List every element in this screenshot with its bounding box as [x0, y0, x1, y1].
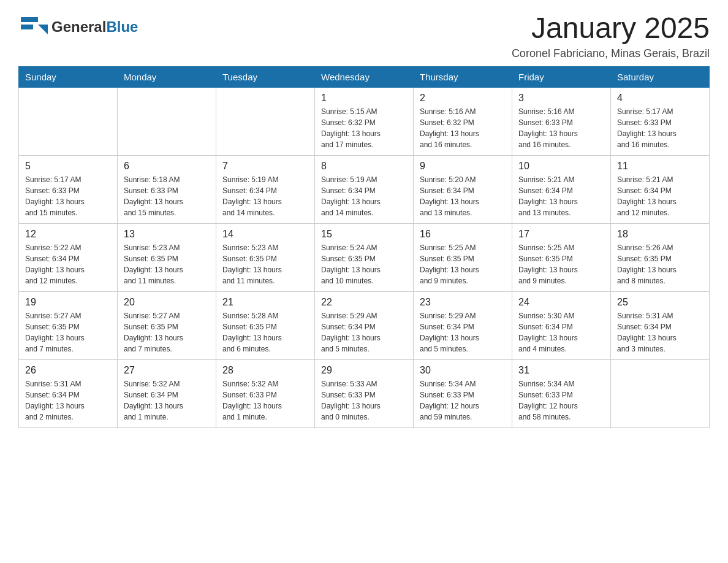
day-info: Sunrise: 5:17 AMSunset: 6:33 PMDaylight:… [25, 174, 111, 218]
day-header-thursday: Thursday [414, 66, 512, 87]
day-number: 25 [617, 297, 703, 308]
day-number: 5 [25, 161, 111, 172]
header-row: SundayMondayTuesdayWednesdayThursdayFrid… [19, 66, 710, 87]
day-info: Sunrise: 5:34 AMSunset: 6:33 PMDaylight:… [518, 378, 604, 423]
day-info: Sunrise: 5:16 AMSunset: 6:33 PMDaylight:… [518, 106, 604, 150]
day-info: Sunrise: 5:27 AMSunset: 6:35 PMDaylight:… [25, 310, 111, 354]
calendar-cell: 9Sunrise: 5:20 AMSunset: 6:34 PMDaylight… [414, 155, 512, 223]
day-info: Sunrise: 5:29 AMSunset: 6:34 PMDaylight:… [420, 310, 506, 354]
day-number: 31 [518, 365, 604, 376]
day-info: Sunrise: 5:20 AMSunset: 6:34 PMDaylight:… [420, 174, 506, 218]
day-number: 30 [420, 365, 506, 376]
logo-blue-text: Blue [106, 18, 138, 35]
day-number: 2 [420, 93, 506, 104]
day-header-tuesday: Tuesday [216, 66, 315, 87]
calendar-cell: 2Sunrise: 5:16 AMSunset: 6:32 PMDaylight… [414, 87, 512, 155]
week-row-3: 12Sunrise: 5:22 AMSunset: 6:34 PMDayligh… [19, 223, 710, 291]
svg-rect-0 [21, 17, 38, 22]
day-header-sunday: Sunday [19, 66, 118, 87]
calendar-cell: 28Sunrise: 5:32 AMSunset: 6:33 PMDayligh… [216, 359, 315, 427]
day-number: 23 [420, 297, 506, 308]
day-number: 10 [518, 161, 604, 172]
calendar-cell: 21Sunrise: 5:28 AMSunset: 6:35 PMDayligh… [216, 291, 315, 359]
day-info: Sunrise: 5:16 AMSunset: 6:32 PMDaylight:… [420, 106, 506, 150]
day-header-wednesday: Wednesday [315, 66, 414, 87]
day-number: 22 [321, 297, 407, 308]
calendar-cell [611, 359, 710, 427]
calendar-cell: 8Sunrise: 5:19 AMSunset: 6:34 PMDaylight… [315, 155, 414, 223]
logo-general-text: General [51, 18, 106, 35]
day-number: 8 [321, 161, 407, 172]
calendar-title: January 2025 [512, 12, 710, 45]
calendar-cell: 5Sunrise: 5:17 AMSunset: 6:33 PMDaylight… [19, 155, 118, 223]
calendar-cell: 18Sunrise: 5:26 AMSunset: 6:35 PMDayligh… [611, 223, 710, 291]
calendar-cell: 24Sunrise: 5:30 AMSunset: 6:34 PMDayligh… [512, 291, 611, 359]
svg-marker-2 [38, 25, 48, 34]
week-row-5: 26Sunrise: 5:31 AMSunset: 6:34 PMDayligh… [19, 359, 710, 427]
day-number: 1 [321, 93, 407, 104]
day-number: 12 [25, 229, 111, 240]
day-number: 13 [124, 229, 210, 240]
day-info: Sunrise: 5:22 AMSunset: 6:34 PMDaylight:… [25, 242, 111, 286]
day-info: Sunrise: 5:21 AMSunset: 6:34 PMDaylight:… [617, 174, 703, 218]
day-number: 4 [617, 93, 703, 104]
title-block: January 2025 Coronel Fabriciano, Minas G… [512, 12, 710, 60]
day-info: Sunrise: 5:31 AMSunset: 6:34 PMDaylight:… [617, 310, 703, 354]
day-info: Sunrise: 5:19 AMSunset: 6:34 PMDaylight:… [222, 174, 308, 218]
calendar-cell: 12Sunrise: 5:22 AMSunset: 6:34 PMDayligh… [19, 223, 118, 291]
calendar-cell: 19Sunrise: 5:27 AMSunset: 6:35 PMDayligh… [19, 291, 118, 359]
calendar-cell: 30Sunrise: 5:34 AMSunset: 6:33 PMDayligh… [414, 359, 512, 427]
day-info: Sunrise: 5:30 AMSunset: 6:34 PMDaylight:… [518, 310, 604, 354]
logo: GeneralBlue [18, 12, 138, 42]
calendar-cell: 13Sunrise: 5:23 AMSunset: 6:35 PMDayligh… [118, 223, 216, 291]
calendar-cell: 6Sunrise: 5:18 AMSunset: 6:33 PMDaylight… [118, 155, 216, 223]
logo-icon [18, 12, 48, 42]
week-row-1: 1Sunrise: 5:15 AMSunset: 6:32 PMDaylight… [19, 87, 710, 155]
calendar-cell: 23Sunrise: 5:29 AMSunset: 6:34 PMDayligh… [414, 291, 512, 359]
day-info: Sunrise: 5:21 AMSunset: 6:34 PMDaylight:… [518, 174, 604, 218]
day-number: 20 [124, 297, 210, 308]
calendar-cell: 10Sunrise: 5:21 AMSunset: 6:34 PMDayligh… [512, 155, 611, 223]
calendar-cell [118, 87, 216, 155]
day-number: 11 [617, 161, 703, 172]
day-info: Sunrise: 5:23 AMSunset: 6:35 PMDaylight:… [124, 242, 210, 286]
day-info: Sunrise: 5:28 AMSunset: 6:35 PMDaylight:… [222, 310, 308, 354]
day-info: Sunrise: 5:25 AMSunset: 6:35 PMDaylight:… [420, 242, 506, 286]
calendar-cell: 3Sunrise: 5:16 AMSunset: 6:33 PMDaylight… [512, 87, 611, 155]
calendar-cell [216, 87, 315, 155]
day-number: 18 [617, 229, 703, 240]
calendar-cell: 26Sunrise: 5:31 AMSunset: 6:34 PMDayligh… [19, 359, 118, 427]
day-number: 28 [222, 365, 308, 376]
day-number: 17 [518, 229, 604, 240]
calendar-cell: 15Sunrise: 5:24 AMSunset: 6:35 PMDayligh… [315, 223, 414, 291]
calendar-cell: 29Sunrise: 5:33 AMSunset: 6:33 PMDayligh… [315, 359, 414, 427]
calendar-body: 1Sunrise: 5:15 AMSunset: 6:32 PMDaylight… [19, 87, 710, 427]
day-number: 29 [321, 365, 407, 376]
calendar-cell: 17Sunrise: 5:25 AMSunset: 6:35 PMDayligh… [512, 223, 611, 291]
day-info: Sunrise: 5:32 AMSunset: 6:34 PMDaylight:… [124, 378, 210, 423]
day-info: Sunrise: 5:26 AMSunset: 6:35 PMDaylight:… [617, 242, 703, 286]
day-header-monday: Monday [118, 66, 216, 87]
svg-rect-1 [21, 25, 33, 29]
day-number: 6 [124, 161, 210, 172]
day-number: 9 [420, 161, 506, 172]
calendar-cell: 16Sunrise: 5:25 AMSunset: 6:35 PMDayligh… [414, 223, 512, 291]
day-info: Sunrise: 5:19 AMSunset: 6:34 PMDaylight:… [321, 174, 407, 218]
calendar-cell: 31Sunrise: 5:34 AMSunset: 6:33 PMDayligh… [512, 359, 611, 427]
day-info: Sunrise: 5:17 AMSunset: 6:33 PMDaylight:… [617, 106, 703, 150]
day-info: Sunrise: 5:23 AMSunset: 6:35 PMDaylight:… [222, 242, 308, 286]
calendar-cell: 20Sunrise: 5:27 AMSunset: 6:35 PMDayligh… [118, 291, 216, 359]
calendar-cell: 4Sunrise: 5:17 AMSunset: 6:33 PMDaylight… [611, 87, 710, 155]
day-info: Sunrise: 5:24 AMSunset: 6:35 PMDaylight:… [321, 242, 407, 286]
week-row-2: 5Sunrise: 5:17 AMSunset: 6:33 PMDaylight… [19, 155, 710, 223]
calendar-cell: 11Sunrise: 5:21 AMSunset: 6:34 PMDayligh… [611, 155, 710, 223]
day-info: Sunrise: 5:18 AMSunset: 6:33 PMDaylight:… [124, 174, 210, 218]
day-header-friday: Friday [512, 66, 611, 87]
calendar-cell: 27Sunrise: 5:32 AMSunset: 6:34 PMDayligh… [118, 359, 216, 427]
day-number: 24 [518, 297, 604, 308]
day-info: Sunrise: 5:31 AMSunset: 6:34 PMDaylight:… [25, 378, 111, 423]
day-number: 16 [420, 229, 506, 240]
day-number: 7 [222, 161, 308, 172]
day-number: 15 [321, 229, 407, 240]
day-number: 21 [222, 297, 308, 308]
